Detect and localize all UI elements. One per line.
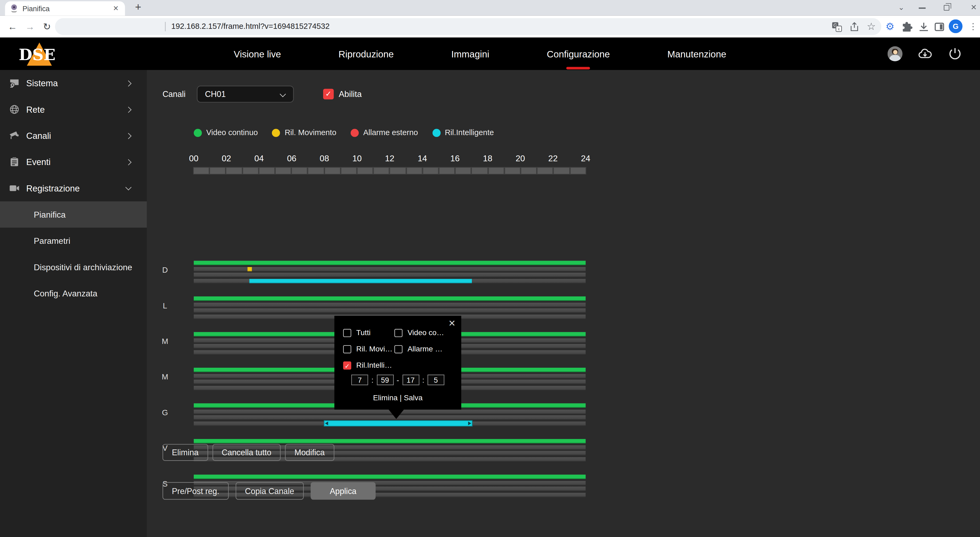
sidebar-item-eventi[interactable]: Eventi	[0, 149, 147, 175]
end-hour-input[interactable]	[402, 374, 419, 385]
logo-text: DSE	[19, 46, 56, 64]
day-label: M	[158, 373, 172, 382]
sidebar-item-label: Registrazione	[26, 183, 126, 193]
edit-buttons-row: EliminaCancella tuttoModifica	[162, 444, 334, 461]
applica-button[interactable]: Applica	[310, 482, 376, 500]
checkbox-unchecked[interactable]	[343, 329, 351, 337]
nav-item-manutenzione[interactable]: Manutenzione	[666, 46, 727, 62]
day-label: M	[158, 337, 172, 346]
popup-checkbox-row[interactable]: Tutti	[343, 328, 371, 337]
tab-close-icon[interactable]: ✕	[112, 3, 120, 14]
share-icon[interactable]	[849, 21, 860, 33]
elimina-button[interactable]: Elimina	[162, 444, 208, 461]
profile-avatar[interactable]: G	[949, 19, 963, 33]
sidebar-item-canali[interactable]: Canali	[0, 123, 147, 149]
restore-button[interactable]	[944, 5, 949, 11]
cloud-download-icon[interactable]	[918, 46, 932, 61]
extensions-puzzle-icon[interactable]	[901, 21, 914, 33]
nav-item-configurazione[interactable]: Configurazione	[546, 46, 611, 62]
url-text[interactable]: 192.168.2.157/frame.html?v=1694815274532	[171, 18, 329, 35]
user-avatar-icon[interactable]	[888, 46, 902, 61]
copia-canale-button[interactable]: Copia Canale	[235, 482, 304, 500]
channel-select[interactable]: CH01	[197, 86, 294, 102]
header-icons	[888, 38, 963, 70]
checkbox-unchecked[interactable]	[343, 345, 351, 353]
day-label: G	[158, 408, 172, 417]
browser-menu-icon[interactable]: ⋮	[968, 19, 978, 33]
sidebar-subitem-parametri[interactable]: Parametri	[0, 228, 147, 254]
popup-checkbox-row[interactable]: Ril. Movi…	[343, 344, 393, 353]
tab-search-icon[interactable]: ⌄	[894, 0, 909, 16]
checkbox-checked[interactable]: ✓	[343, 361, 351, 369]
schedule-bar-intelligente[interactable]	[324, 420, 473, 427]
apply-buttons-row: Pre/Post reg.Copia CanaleApplica	[162, 482, 376, 500]
schedule-track-movimento[interactable]	[194, 302, 585, 306]
sidebar-item-rete[interactable]: Rete	[0, 96, 147, 123]
cancella-tutto-button[interactable]: Cancella tutto	[212, 444, 280, 461]
sidebar-item-sistema[interactable]: Sistema	[0, 70, 147, 96]
popup-checkbox-label: Allarme …	[407, 344, 442, 353]
pre-post-reg--button[interactable]: Pre/Post reg.	[162, 482, 229, 500]
url-bar[interactable]: 192.168.2.157/frame.html?v=1694815274532…	[55, 18, 881, 35]
forward-button[interactable]: →	[22, 19, 37, 35]
ruler-cell	[276, 168, 291, 174]
power-logout-icon[interactable]	[947, 46, 963, 61]
sidebar-item-registrazione[interactable]: Registrazione	[0, 175, 147, 201]
back-button[interactable]: ←	[5, 19, 20, 35]
start-hour-input[interactable]	[351, 374, 368, 385]
sidebar-subitem-pianifica[interactable]: Pianifica	[0, 201, 147, 228]
day-label: D	[158, 266, 172, 274]
bookmark-star-icon[interactable]: ☆	[865, 21, 877, 33]
nav-item-immagini[interactable]: Immagini	[450, 46, 490, 62]
popup-checkbox-row[interactable]: Allarme …	[395, 344, 442, 353]
popup-delete-link[interactable]: Elimina	[373, 394, 398, 402]
translate-icon[interactable]: Gx	[831, 21, 843, 33]
schedule-track-allarme[interactable]	[194, 308, 585, 313]
ruler-cell	[374, 168, 389, 174]
reload-button[interactable]: ↻	[40, 19, 54, 35]
extension-gear-icon[interactable]: ⚙	[884, 21, 896, 33]
schedule-bar-intelligente[interactable]	[249, 279, 472, 283]
window-close-button[interactable]: ✕	[966, 0, 980, 16]
schedule-bar-movimento[interactable]	[248, 267, 252, 271]
schedule-track-allarme[interactable]	[194, 272, 585, 277]
legend-item: Allarme esterno	[351, 128, 418, 137]
record-icon	[9, 183, 20, 194]
nav-item-visione-live[interactable]: Visione live	[232, 46, 282, 62]
end-minute-input[interactable]	[427, 374, 444, 385]
sidebar-subitem-config-avanzata[interactable]: Config. Avanzata	[0, 280, 147, 306]
sidebar-subitem-dispositivi-di-archiviazione[interactable]: Dispositivi di archiviazione	[0, 254, 147, 280]
popup-close-icon[interactable]: ✕	[449, 318, 456, 328]
sidebar-item-label: Eventi	[26, 157, 126, 167]
downloads-icon[interactable]	[918, 21, 930, 33]
start-minute-input[interactable]	[377, 374, 393, 385]
day-label: L	[158, 301, 172, 310]
ruler-cell	[407, 168, 422, 174]
checkbox-unchecked[interactable]	[395, 329, 402, 337]
side-panel-icon[interactable]	[933, 21, 946, 33]
modifica-button[interactable]: Modifica	[285, 444, 334, 461]
new-tab-button[interactable]: +	[131, 0, 145, 14]
schedule-bar-continuo[interactable]	[194, 261, 585, 265]
schedule-chart: ✕ TuttiVideo co…Ril. Movi…Allarme …✓Ril.…	[147, 151, 980, 439]
minimize-button[interactable]	[919, 8, 926, 9]
popup-save-link[interactable]: Salva	[404, 394, 423, 402]
active-underline	[566, 67, 590, 69]
chevron-right-icon	[126, 159, 132, 165]
time-colon: :	[422, 376, 424, 384]
camera-icon	[9, 130, 20, 141]
checkbox-unchecked[interactable]	[395, 345, 402, 353]
ruler-cell	[554, 168, 569, 174]
schedule-track-movimento[interactable]	[194, 267, 585, 271]
browser-tab[interactable]: Pianifica ✕	[5, 2, 125, 16]
enable-label: Abilita	[339, 86, 362, 102]
schedule-bar-continuo[interactable]	[194, 296, 585, 301]
popup-checkbox-row[interactable]: ✓Ril.Intelli…	[343, 361, 392, 370]
ruler-cell	[488, 168, 504, 174]
schedule-bar-continuo[interactable]	[194, 439, 585, 443]
popup-checkbox-row[interactable]: Video co…	[395, 328, 444, 337]
nav-item-riproduzione[interactable]: Riproduzione	[337, 46, 395, 62]
popup-checkbox-label: Video co…	[407, 328, 444, 337]
enable-checkbox[interactable]: ✓	[323, 89, 334, 100]
schedule-bar-continuo[interactable]	[194, 475, 585, 479]
